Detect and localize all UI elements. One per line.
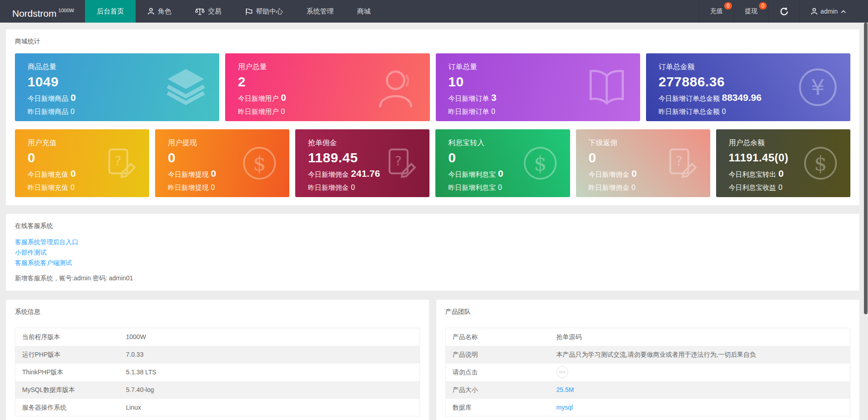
info-label: 服务器操作系统 (15, 399, 119, 416)
svg-text:?: ? (114, 153, 121, 169)
stat-card-user-withdraw[interactable]: 用户提现 0 今日新增提现0 昨日新增提现0 $ (155, 129, 289, 197)
yuan-circle-icon: ¥ (797, 66, 839, 108)
product-value: 404 (550, 363, 850, 381)
stat-yesterday-value: 0 (281, 108, 285, 115)
stat-today-value: 0 (281, 92, 286, 103)
user-icon (147, 8, 155, 15)
chevron-up-icon (840, 9, 846, 14)
recharge-label: 充值 (710, 7, 723, 15)
stat-yesterday-label: 昨日新增利息宝 (448, 184, 495, 191)
nav-item-roles[interactable]: 角色 (136, 0, 183, 23)
table-row: 产品大小 25.5M (446, 381, 850, 399)
product-value: 25.5M (550, 381, 850, 399)
nav-label: 后台首页 (97, 7, 124, 16)
product-value: 本产品只为学习测试交流,请勿要做商业或者用于违法行为,一切后果自负 (550, 346, 850, 363)
stat-yesterday-label: 昨日新增佣金 (589, 184, 629, 191)
service-links: 客服系统管理后台入口 小部件测试 客服系统客户端测试 (15, 237, 850, 268)
stat-today-label: 今日新增佣金 (589, 170, 629, 178)
info-label: MySQL数据库版本 (15, 381, 119, 399)
stats-row-1: 商品总量 1049 今日新增商品0 昨日新增商品0 用户总量 2 今日新增用户0… (15, 53, 850, 121)
info-label: 运行PHP版本 (15, 346, 119, 363)
stat-card-user-recharge[interactable]: 用户充值 0 今日新增充值0 昨日新增充值0 ? (15, 129, 149, 197)
table-row: 产品说明 本产品只为学习测试交流,请勿要做商业或者用于违法行为,一切后果自负 (446, 346, 850, 363)
doc-edit-icon: ? (382, 145, 418, 181)
doc-edit-icon: ? (101, 145, 137, 181)
stat-today-value: 0 (498, 168, 503, 179)
stat-yesterday-label: 昨日新增订单总金额 (659, 108, 720, 115)
flag-icon (245, 8, 253, 15)
nav-item-trade[interactable]: 交易 (183, 0, 233, 23)
stat-yesterday-value: 0 (211, 184, 215, 191)
stat-yesterday-label: 昨日新增提现 (168, 184, 208, 191)
widget-test-link[interactable]: 小部件测试 (15, 247, 850, 258)
info-value: 5.1.38 LTS (119, 363, 420, 381)
withdraw-button[interactable]: 提现 0 (734, 0, 769, 23)
product-label: 产品名称 (446, 328, 550, 346)
panel-title: 产品团队 (445, 308, 850, 316)
product-team-panel: 产品团队 产品名称 抢单源码 产品说明 本产品只为学习测试交流,请勿要做商业或者… (436, 300, 859, 420)
dollar-circle-icon: $ (522, 145, 558, 181)
mall-statistics-panel: 商城统计 商品总量 1049 今日新增商品0 昨日新增商品0 用户总量 2 今日… (6, 29, 859, 205)
admin-menu[interactable]: admin (799, 0, 868, 23)
stat-yesterday-label: 昨日新增用户 (238, 108, 278, 115)
nav-label: 帮助中心 (256, 7, 283, 16)
stat-card-users-total[interactable]: 用户总量 2 今日新增用户0 昨日新增用户0 (225, 53, 429, 121)
stat-card-orders-total[interactable]: 订单总量 10 今日新增订单3 昨日新增订单0 (436, 53, 640, 121)
system-info-table: 当前程序版本 1000W 运行PHP版本 7.0.33 ThinkPHP版本 5… (15, 328, 420, 416)
svg-text:$: $ (253, 151, 266, 175)
refresh-icon (780, 7, 788, 16)
nav-label: 角色 (158, 7, 171, 16)
refresh-button[interactable] (769, 0, 799, 23)
stat-yesterday-value: 0 (351, 184, 355, 191)
main-content: 商城统计 商品总量 1049 今日新增商品0 昨日新增商品0 用户总量 2 今日… (0, 23, 868, 420)
table-row: ThinkPHP版本 5.1.38 LTS (15, 363, 420, 381)
system-info-panel: 系统信息 当前程序版本 1000W 运行PHP版本 7.0.33 ThinkPH… (6, 300, 429, 420)
stat-yesterday-value: 0 (722, 108, 726, 115)
brand-version: 1000W (58, 8, 74, 13)
product-size-link[interactable]: 25.5M (557, 386, 574, 393)
table-row: 服务器操作系统 Linux (15, 399, 420, 416)
database-link[interactable]: mysql (557, 404, 573, 411)
stat-yesterday-value: 0 (491, 108, 495, 115)
stat-card-orders-amount[interactable]: 订单总金额 277886.36 今日新增订单总金额88349.96 昨日新增订单… (646, 53, 850, 121)
info-value: 1000W (119, 328, 420, 346)
dont-click-404-badge[interactable]: 404 (557, 366, 568, 378)
scrollbar-thumb[interactable] (864, 23, 868, 314)
nav-item-help-center[interactable]: 帮助中心 (233, 0, 295, 23)
stat-card-sub-rebate[interactable]: 下级返佣 0 今日新增佣金0 昨日新增佣金0 ? (576, 129, 710, 197)
vertical-scrollbar[interactable] (862, 23, 868, 420)
stat-card-products-total[interactable]: 商品总量 1049 今日新增商品0 昨日新增商品0 (15, 53, 219, 121)
stat-yesterday-label: 昨日新增充值 (28, 184, 68, 191)
stat-today-value: 88349.96 (722, 92, 762, 103)
stat-card-interest-in[interactable]: 利息宝转入 0 今日新增利息宝0 昨日新增利息宝0 $ (435, 129, 570, 197)
stat-card-order-commission[interactable]: 抢单佣金 1189.45 今日新增佣金241.76 昨日新增佣金0 ? (295, 129, 429, 197)
stats-row-2: 用户充值 0 今日新增充值0 昨日新增充值0 ? 用户提现 0 今日新增提现0 … (15, 129, 850, 197)
nav-label: 交易 (208, 7, 222, 16)
stat-today-value: 0 (632, 168, 637, 179)
client-test-link[interactable]: 客服系统客户端测试 (15, 258, 850, 268)
product-label: 数据库 (446, 399, 550, 416)
info-label: ThinkPHP版本 (15, 363, 119, 381)
brand-text: Nordstrom (12, 8, 57, 19)
table-row: 请勿点击 404 (446, 363, 850, 381)
nav-item-dashboard[interactable]: 后台首页 (85, 0, 136, 23)
brand-logo[interactable]: Nordstrom1000W (0, 0, 85, 23)
stat-today-label: 今日新增商品 (28, 94, 68, 102)
stat-today-label: 今日新增利息宝 (448, 170, 495, 178)
nav-item-mall[interactable]: 商城 (345, 0, 382, 23)
stat-today-label: 今日利息宝转出 (729, 170, 776, 178)
stat-today-label: 今日新增提现 (168, 170, 208, 178)
stat-today-value: 241.76 (351, 168, 380, 179)
recharge-button[interactable]: 充值 0 (699, 0, 734, 23)
stat-today-label: 今日新增充值 (28, 170, 68, 178)
stat-today-value: 0 (778, 168, 784, 179)
person-icon (375, 66, 418, 109)
service-admin-entry-link[interactable]: 客服系统管理后台入口 (15, 237, 850, 247)
svg-text:?: ? (675, 153, 682, 169)
nav-label: 商城 (357, 7, 371, 16)
stat-card-user-balance[interactable]: 用户总余额 11191.45(0) 今日利息宝转出0 今日利息宝收益0 $ (716, 129, 850, 197)
table-row: MySQL数据库版本 5.7.40-log (15, 381, 420, 399)
nav-item-system-manage[interactable]: 系统管理 (295, 0, 345, 23)
stat-yesterday-label: 昨日新增商品 (28, 108, 68, 115)
info-value: 7.0.33 (119, 346, 420, 363)
